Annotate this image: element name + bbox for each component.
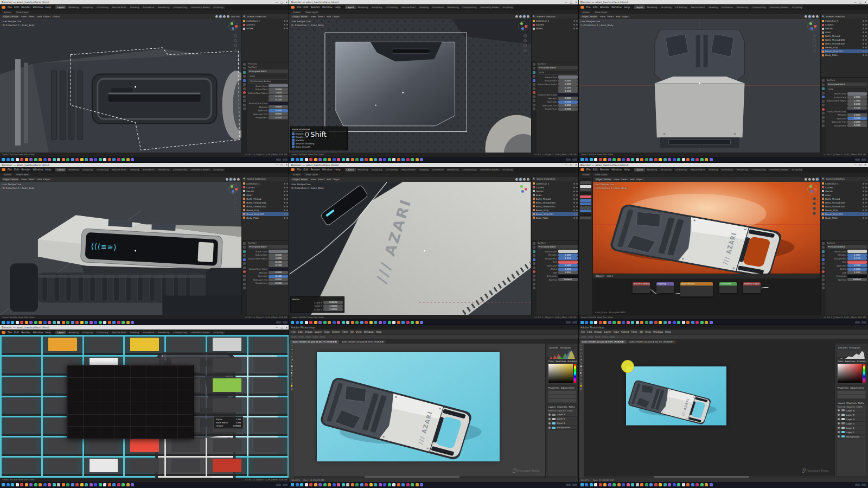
menu-item[interactable]: Help (334, 6, 342, 9)
taskbar-app-icon[interactable] (691, 483, 694, 486)
workspace-tab[interactable]: Shading (129, 168, 141, 172)
taskbar-app-icon[interactable] (705, 483, 708, 486)
taskbar-app-icon[interactable] (25, 158, 28, 161)
taskbar-app-icon[interactable] (673, 158, 676, 161)
menu-item[interactable]: Layer (604, 331, 611, 333)
taskbar-app-icon[interactable] (691, 321, 694, 324)
workspace-tab[interactable]: Modeling (67, 331, 80, 334)
outliner-row[interactable]: Cutters (821, 186, 868, 189)
document-image[interactable] (317, 352, 500, 461)
menu-item[interactable]: Layer (315, 331, 322, 333)
windows-taskbar[interactable] (0, 157, 289, 163)
taskbar-app-icon[interactable] (346, 483, 349, 486)
options-menu[interactable]: Options (231, 15, 240, 18)
window-titlebar[interactable]: Blender — azari_hardsurface.blend —□✕ (0, 0, 289, 4)
opacity-field[interactable]: Opacity: 100% (557, 409, 573, 412)
asset-card[interactable] (248, 397, 288, 416)
taskbar-app-icon[interactable] (622, 483, 625, 486)
outliner-row[interactable]: Bevel_Strip (821, 46, 868, 49)
window-control-button[interactable]: □ (570, 1, 572, 4)
workspace-tab[interactable]: Geometry Nodes (189, 5, 212, 9)
window-control-button[interactable]: □ (570, 163, 572, 166)
zoom-level-field[interactable]: 66.67% (581, 479, 590, 481)
outliner-root[interactable]: Scene Collection (247, 178, 266, 180)
taskbar-app-icon[interactable] (351, 483, 354, 486)
document-image[interactable] (626, 366, 726, 426)
taskbar-app-icon[interactable] (677, 321, 680, 324)
properties-panel-tab[interactable]: Properties (548, 386, 559, 389)
zoom-level-field[interactable]: 66.67% (291, 479, 300, 481)
taskbar-app-icon[interactable] (66, 321, 69, 324)
taskbar-app-icon[interactable] (682, 321, 685, 324)
window-control-button[interactable]: ✕ (286, 1, 288, 4)
asset-card[interactable] (43, 438, 82, 456)
taskbar-app-icon[interactable] (383, 483, 386, 486)
taskbar-app-icon[interactable] (7, 321, 10, 324)
taskbar-app-icon[interactable] (85, 321, 88, 324)
taskbar-app-icon[interactable] (39, 158, 42, 161)
taskbar-app-icon[interactable] (108, 483, 111, 486)
view-layer-selector[interactable]: View Layer (593, 173, 609, 176)
taskbar-app-icon[interactable] (57, 158, 60, 161)
menu-item[interactable]: Render (310, 168, 321, 171)
taskbar-app-icon[interactable] (62, 483, 65, 486)
workspace-tab[interactable]: Animation (141, 168, 156, 172)
surface-section[interactable]: Surface (248, 66, 288, 68)
outliner-row[interactable]: Bevel_Strip.001 (532, 212, 579, 216)
workspace-tab[interactable]: Sculpting (81, 331, 94, 334)
outliner-row[interactable]: Collection 1 (532, 182, 579, 186)
properties-panel-tab[interactable]: Adjustments (561, 386, 575, 389)
property-row[interactable]: NormalDefault (827, 278, 867, 282)
tab-libraries[interactable]: Libraries (549, 346, 558, 349)
taskbar-app-icon[interactable] (383, 158, 386, 161)
taskbar-app-icon[interactable] (645, 483, 648, 486)
workspace-tab[interactable]: Rendering (446, 168, 461, 172)
taskbar-app-icon[interactable] (71, 483, 74, 486)
taskbar-app-icon[interactable] (48, 158, 51, 161)
checkbox-icon[interactable] (292, 139, 295, 142)
window-control-button[interactable]: — (565, 1, 567, 4)
asset-card[interactable] (207, 458, 247, 476)
window-control-button[interactable]: ✕ (575, 326, 577, 329)
menu-item[interactable]: Render (20, 168, 31, 171)
window-control-button[interactable]: ✕ (864, 163, 866, 166)
taskbar-app-icon[interactable] (131, 483, 134, 486)
window-control-button[interactable]: — (854, 1, 857, 4)
taskbar-app-icon[interactable] (360, 483, 363, 486)
taskbar-app-icon[interactable] (645, 158, 648, 161)
color-panel-tab[interactable]: Color (838, 360, 843, 363)
navigation-gizmo[interactable] (518, 184, 528, 194)
workspace-tab[interactable]: Scripting (501, 5, 514, 9)
taskbar-app-icon[interactable] (710, 483, 713, 486)
outliner-row[interactable]: Cutters (821, 23, 868, 27)
taskbar-app-icon[interactable] (90, 321, 93, 324)
taskbar-app-icon[interactable] (585, 483, 588, 486)
asset-card[interactable] (84, 458, 124, 476)
outliner-row[interactable]: Decals (532, 189, 579, 193)
asset-card[interactable] (248, 377, 288, 396)
taskbar-app-icon[interactable] (117, 483, 120, 486)
property-row[interactable]: Roughness0.500 (248, 116, 288, 120)
windows-taskbar[interactable] (289, 319, 578, 325)
workspace-tab[interactable]: UV Editing (674, 168, 688, 172)
menu-item[interactable]: Edit (592, 6, 599, 9)
taskbar-app-icon[interactable] (392, 321, 395, 324)
workspace-tab[interactable]: Rendering (735, 5, 750, 9)
menu-item[interactable]: Window (364, 331, 374, 333)
taskbar-app-icon[interactable] (365, 158, 368, 161)
taskbar-app-icon[interactable] (365, 483, 368, 486)
asset-card[interactable] (2, 397, 41, 416)
outliner-row[interactable]: Body_Plate (821, 53, 868, 57)
taskbar-app-icon[interactable] (360, 158, 363, 161)
properties-panel-tab[interactable]: Properties (838, 386, 848, 389)
taskbar-app-icon[interactable] (296, 321, 299, 324)
taskbar-app-icon[interactable] (603, 321, 607, 324)
outliner-row[interactable]: Cutters (532, 186, 579, 189)
taskbar-app-icon[interactable] (309, 158, 312, 161)
menu-item[interactable]: Window (321, 6, 334, 9)
window-titlebar[interactable]: Blender — azari_hardsurface.blend —□✕ (289, 0, 578, 4)
asset-card[interactable] (248, 337, 288, 355)
opacity-field[interactable]: Opacity: 100% (846, 405, 862, 408)
taskbar-app-icon[interactable] (612, 158, 616, 161)
workspace-tab[interactable]: Compositing (171, 5, 189, 9)
